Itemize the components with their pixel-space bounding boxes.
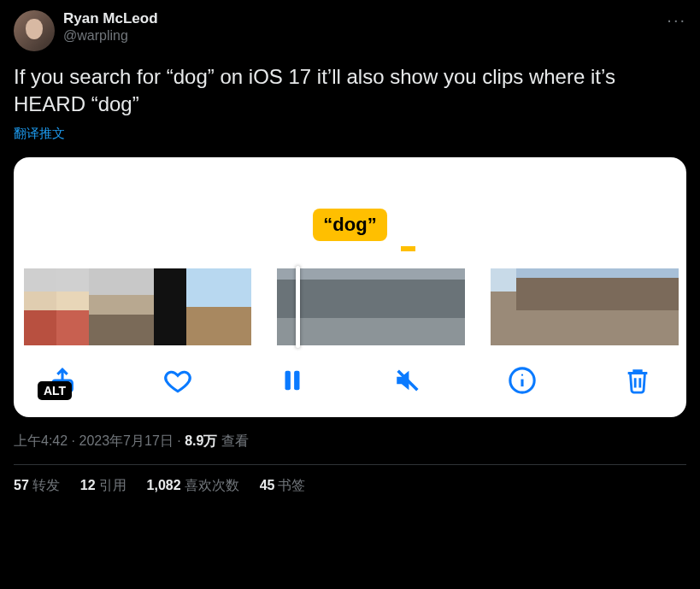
- clip-frame: [121, 268, 154, 345]
- clip-frame: [277, 268, 324, 345]
- quotes-stat[interactable]: 12引用: [80, 477, 126, 495]
- bookmarks-count: 45: [260, 478, 275, 492]
- clip-frame: [186, 268, 219, 345]
- clip-group-3[interactable]: [491, 268, 679, 345]
- timeline-marker: [401, 246, 415, 251]
- divider: [14, 464, 686, 465]
- bookmarks-stat[interactable]: 45书签: [260, 477, 306, 495]
- likes-label: 喜欢次数: [185, 478, 239, 492]
- tweet-header: Ryan McLeod @warpling ···: [14, 10, 686, 51]
- clip-frame: [516, 268, 549, 345]
- translate-link[interactable]: 翻译推文: [14, 126, 686, 142]
- info-icon[interactable]: [508, 366, 537, 395]
- media-card[interactable]: “dog”: [14, 157, 686, 417]
- pause-icon[interactable]: [278, 366, 307, 395]
- avatar[interactable]: [14, 10, 55, 51]
- tweet-time[interactable]: 上午4:42: [14, 433, 68, 448]
- search-bubble-row: “dog”: [14, 209, 686, 251]
- clip-frame: [24, 268, 56, 345]
- views-label: 查看: [221, 433, 249, 448]
- tweet-container: Ryan McLeod @warpling ··· If you search …: [0, 0, 700, 505]
- views-count: 8.9万: [185, 433, 217, 448]
- media-controls: [14, 345, 686, 402]
- clip-frame: [549, 268, 581, 345]
- clip-group-2[interactable]: [277, 268, 465, 345]
- tweet-meta: 上午4:42 · 2023年7月17日 · 8.9万 查看: [14, 433, 686, 451]
- tweet-text: If you search for “dog” on iOS 17 it’ll …: [14, 63, 686, 119]
- quotes-count: 12: [80, 478, 96, 492]
- author-block[interactable]: Ryan McLeod @warpling: [63, 10, 686, 44]
- clip-group-1[interactable]: [24, 268, 251, 345]
- more-icon[interactable]: ···: [667, 10, 686, 30]
- video-timeline[interactable]: [14, 268, 686, 345]
- svg-point-6: [521, 374, 523, 375]
- display-name: Ryan McLeod: [63, 10, 686, 27]
- tweet-date[interactable]: 2023年7月17日: [79, 433, 173, 448]
- handle: @warpling: [63, 27, 686, 44]
- alt-badge[interactable]: ALT: [38, 381, 72, 400]
- retweets-label: 转发: [32, 478, 60, 492]
- clip-frame: [56, 268, 89, 345]
- heart-icon[interactable]: [163, 366, 192, 395]
- retweets-stat[interactable]: 57转发: [14, 477, 60, 495]
- mute-icon[interactable]: [393, 366, 422, 395]
- bookmarks-label: 书签: [278, 478, 305, 492]
- clip-frame: [418, 268, 465, 345]
- svg-rect-1: [285, 370, 291, 390]
- svg-rect-2: [294, 370, 299, 390]
- tweet-stats: 57转发 12引用 1,082喜欢次数 45书签: [14, 477, 686, 495]
- clip-frame: [89, 268, 121, 345]
- trash-icon[interactable]: [623, 366, 652, 395]
- clip-frame: [491, 268, 516, 345]
- playhead[interactable]: [296, 266, 300, 348]
- clip-frame: [219, 268, 251, 345]
- clip-frame: [646, 268, 679, 345]
- quotes-label: 引用: [99, 478, 126, 492]
- retweets-count: 57: [14, 478, 29, 492]
- likes-count: 1,082: [147, 478, 181, 492]
- clip-frame: [581, 268, 614, 345]
- clip-frame: [324, 268, 371, 345]
- clip-frame: [614, 268, 646, 345]
- search-term-bubble: “dog”: [313, 209, 386, 241]
- clip-frame: [371, 268, 418, 345]
- clip-frame: [154, 268, 186, 345]
- likes-stat[interactable]: 1,082喜欢次数: [147, 477, 239, 495]
